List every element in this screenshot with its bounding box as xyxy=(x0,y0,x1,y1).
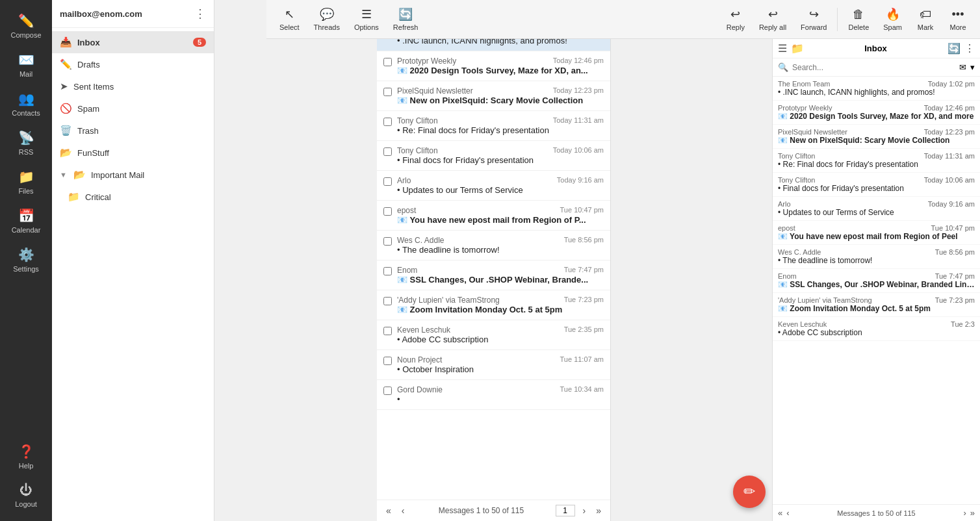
forward-button[interactable]: ↪ Forward xyxy=(794,3,833,35)
mini-search-input[interactable] xyxy=(792,63,955,72)
mini-message-row[interactable]: 'Addy Lupien' via TeamStrongTue 7:23 pm📧… xyxy=(773,293,980,317)
mark-button[interactable]: 🏷 Mark xyxy=(910,4,941,35)
message-checkbox[interactable] xyxy=(383,177,392,186)
message-checkbox[interactable] xyxy=(383,267,392,275)
message-checkbox[interactable] xyxy=(383,118,392,126)
mini-message-row[interactable]: Wes C. AddleTue 8:56 pm• The deadline is… xyxy=(773,245,980,269)
mini-sender: Enom xyxy=(778,272,797,280)
message-time: Tue 7:23 pm xyxy=(564,296,604,305)
reply-button[interactable]: ↩ Reply xyxy=(720,3,751,35)
message-row[interactable]: EnomTue 7:47 pm📧 SSL Changes, Our .SHOP … xyxy=(377,260,610,290)
reply-all-button[interactable]: ↩ Reply all xyxy=(753,3,793,35)
message-subject: 📧 You have new epost mail from Region of… xyxy=(397,215,604,225)
sidebar-item-calendar[interactable]: 📅 Calendar xyxy=(0,201,52,240)
prev-page-button[interactable]: ‹ xyxy=(399,504,407,517)
mini-message-row[interactable]: Tony CliftonToday 11:31 am• Re: Final do… xyxy=(773,149,980,173)
sidebar-item-compose[interactable]: ✏️ Compose xyxy=(0,6,52,45)
mini-message-row[interactable]: PixelSquid NewsletterToday 12:23 pm📧 New… xyxy=(773,125,980,149)
message-row[interactable]: epostTue 10:47 pm📧 You have new epost ma… xyxy=(377,201,610,231)
message-checkbox[interactable] xyxy=(383,357,392,365)
sidebar-item-settings[interactable]: ⚙️ Settings xyxy=(0,240,52,279)
folder-item-critical[interactable]: 📁 Critical xyxy=(52,186,214,208)
message-checkbox[interactable] xyxy=(383,207,392,216)
threads-button[interactable]: 💬 Threads xyxy=(307,3,346,35)
mini-time: Tue 7:23 pm xyxy=(935,296,975,304)
message-row[interactable]: Prototypr WeeklyToday 12:46 pm📧 2020 Des… xyxy=(377,51,610,81)
mini-hamburger-icon[interactable]: ☰ xyxy=(778,42,787,55)
sidebar-item-logout[interactable]: ⏻ Logout xyxy=(0,476,52,515)
message-row[interactable]: Tony CliftonToday 10:06 am• Final docs f… xyxy=(377,141,610,171)
inbox-icon: 📥 xyxy=(60,36,72,48)
folder-item-trash[interactable]: 🗑️ Trash xyxy=(52,120,214,142)
message-row[interactable]: Tony CliftonToday 11:31 am• Re: Final do… xyxy=(377,111,610,141)
message-footer: « ‹ Messages 1 to 50 of 115 › » xyxy=(377,500,610,521)
mini-message-row[interactable]: Prototypr WeeklyToday 12:46 pm📧 2020 Des… xyxy=(773,101,980,125)
mini-subject: 📧 SSL Changes, Our .SHOP Webinar, Brande… xyxy=(778,280,975,289)
folder-item-importantmail[interactable]: ▼ 📂 Important Mail xyxy=(52,164,214,186)
mini-message-row[interactable]: The Enom TeamToday 1:02 pm• .INC launch,… xyxy=(773,77,980,101)
message-row[interactable]: 'Addy Lupien' via TeamStrongTue 7:23 pm📧… xyxy=(377,290,610,320)
message-row[interactable]: Keven LeschukTue 2:35 pm• Adobe CC subsc… xyxy=(377,320,610,350)
folder-item-funstuff[interactable]: 📂 FunStuff xyxy=(52,142,214,164)
mini-subject: • Re: Final docs for Friday's presentati… xyxy=(778,160,975,169)
message-checkbox[interactable] xyxy=(383,237,392,246)
message-row[interactable]: ArloToday 9:16 am• Updates to our Terms … xyxy=(377,171,610,201)
sidebar-item-mail[interactable]: ✉️ Mail xyxy=(0,45,52,84)
sidebar-item-rss[interactable]: 📡 RSS xyxy=(0,123,52,162)
spam-button[interactable]: 🔥 Spam xyxy=(877,3,909,35)
message-checkbox[interactable] xyxy=(383,297,392,305)
sidebar-item-files[interactable]: 📁 Files xyxy=(0,162,52,201)
mini-filter-icon[interactable]: ✉ xyxy=(959,62,966,72)
refresh-button[interactable]: 🔄 Refresh xyxy=(387,3,425,35)
mini-last-page[interactable]: » xyxy=(970,508,975,518)
page-input[interactable] xyxy=(556,505,575,516)
trash-icon: 🗑️ xyxy=(60,125,72,136)
delete-button[interactable]: 🗑 Delete xyxy=(842,4,875,35)
message-sender: Wes C. Addle xyxy=(397,236,444,245)
mini-subject: • .INC launch, ICANN highlights, and pro… xyxy=(778,88,975,97)
folder-item-sent[interactable]: ➤ Sent Items xyxy=(52,75,214,97)
message-row[interactable]: Gord DownieTue 10:34 am• xyxy=(377,380,610,410)
mini-more-icon[interactable]: ⋮ xyxy=(964,42,975,55)
more-button[interactable]: ••• More xyxy=(942,4,974,35)
folder-pane: mailbox@enom.com ⋮ 📥 Inbox 5 ✏️ Drafts ➤… xyxy=(52,0,214,521)
mini-sender: The Enom Team xyxy=(778,80,831,88)
compose-fab[interactable]: ✏ xyxy=(733,476,766,508)
message-subject: • October Inspiration xyxy=(397,364,604,374)
message-row[interactable]: PixelSquid NewsletterToday 12:23 pm📧 New… xyxy=(377,81,610,111)
mini-time: Tue 7:47 pm xyxy=(935,272,975,280)
mini-folder-icon[interactable]: 📁 xyxy=(791,42,804,55)
mark-icon: 🏷 xyxy=(920,8,931,21)
sidebar-item-help[interactable]: ❓ Help xyxy=(0,437,52,476)
mini-dropdown-icon[interactable]: ▾ xyxy=(970,62,975,72)
message-checkbox[interactable] xyxy=(383,327,392,335)
folder-item-inbox[interactable]: 📥 Inbox 5 xyxy=(52,31,214,53)
message-checkbox[interactable] xyxy=(383,88,392,96)
message-checkbox[interactable] xyxy=(383,147,392,156)
mini-message-row[interactable]: ArloToday 9:16 am• Updates to our Terms … xyxy=(773,197,980,221)
mini-first-page[interactable]: « xyxy=(778,508,782,518)
message-row[interactable]: Wes C. AddleTue 8:56 pm• The deadline is… xyxy=(377,231,610,260)
message-subject: • Adobe CC subscription xyxy=(397,335,604,344)
mini-message-row[interactable]: Tony CliftonToday 10:06 am• Final docs f… xyxy=(773,173,980,197)
mini-prev-page[interactable]: ‹ xyxy=(786,508,789,518)
mini-message-row[interactable]: epostTue 10:47 pm📧 You have new epost ma… xyxy=(773,221,980,245)
message-row[interactable]: Noun ProjectTue 11:07 am• October Inspir… xyxy=(377,350,610,380)
mini-message-row[interactable]: EnomTue 7:47 pm📧 SSL Changes, Our .SHOP … xyxy=(773,269,980,293)
message-checkbox[interactable] xyxy=(383,387,392,395)
options-button[interactable]: ☰ Options xyxy=(348,3,385,35)
folder-item-spam[interactable]: 🚫 Spam xyxy=(52,97,214,120)
next-page-button[interactable]: › xyxy=(580,504,589,517)
sidebar-item-contacts[interactable]: 👥 Contacts xyxy=(0,84,52,123)
first-page-button[interactable]: « xyxy=(383,504,394,517)
last-page-button[interactable]: » xyxy=(593,504,604,517)
folder-menu-button[interactable]: ⋮ xyxy=(194,6,206,21)
mini-refresh-icon[interactable]: 🔄 xyxy=(948,42,961,55)
message-checkbox[interactable] xyxy=(383,58,392,66)
folder-item-drafts[interactable]: ✏️ Drafts xyxy=(52,53,214,75)
mini-next-page[interactable]: › xyxy=(963,508,966,518)
threads-icon: 💬 xyxy=(320,7,334,21)
mini-pagination-text: Messages 1 to 50 of 115 xyxy=(793,509,960,517)
select-button[interactable]: ↖ Select xyxy=(273,3,306,35)
mini-message-row[interactable]: Keven LeschukTue 2:3• Adobe CC subscript… xyxy=(773,317,980,341)
